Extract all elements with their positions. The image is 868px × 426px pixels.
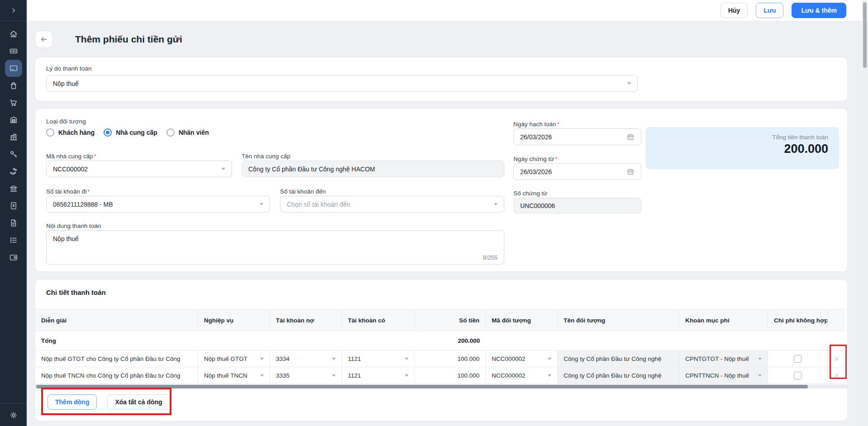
invalid-expense-cell: [768, 350, 828, 367]
invoice-dollar-icon: [9, 201, 18, 210]
invalid-expense-checkbox[interactable]: [794, 355, 802, 363]
sidebar-item-key[interactable]: [5, 146, 22, 163]
object-name-field: Công ty Cổ phần Đầu tư Công nghệ: [558, 350, 679, 367]
page-header: Thêm phiếu chi tiền gửi: [35, 29, 182, 49]
expense-item-select[interactable]: CPNTGTGT - Nộp thuế: [679, 350, 768, 367]
expense-item-select[interactable]: CPNTTNCN - Nộp thuế: [679, 367, 768, 383]
chevron-down-icon: [758, 374, 762, 377]
col-amount: Số tiền: [415, 310, 486, 331]
sidebar-item-hand-coins[interactable]: [5, 163, 22, 180]
delete-row-button[interactable]: [833, 372, 840, 379]
payment-content-textarea[interactable]: Nộp thuế 8/255: [46, 230, 504, 265]
chevron-down-icon: [494, 203, 498, 205]
object-code-select[interactable]: NCC000002: [486, 350, 558, 367]
add-row-button[interactable]: Thêm dòng: [47, 394, 97, 410]
sidebar-item-credit-card[interactable]: [5, 60, 22, 77]
close-icon: [833, 355, 840, 362]
vertical-scrollbar-track[interactable]: [862, 0, 867, 426]
debit-account-select[interactable]: 3335: [270, 367, 342, 383]
document-no-label: Số chứng từ: [513, 190, 547, 197]
horizontal-scrollbar-thumb[interactable]: [36, 385, 808, 388]
sidebar-item-shopping-bag[interactable]: [5, 77, 22, 94]
sidebar-item-shopping-cart[interactable]: [5, 94, 22, 111]
object-code-select[interactable]: NCC000002: [486, 367, 558, 383]
col-actions: [828, 310, 845, 331]
radio-employee[interactable]: Nhân viên: [166, 128, 209, 137]
total-row-label: Tổng: [35, 331, 415, 350]
credit-account-select[interactable]: 1121: [342, 350, 415, 367]
chevron-down-icon: [260, 358, 264, 360]
document-date-input[interactable]: 26/03/2026: [513, 163, 641, 180]
supplier-code-select[interactable]: NCC000002: [46, 161, 232, 177]
home-icon: [9, 29, 18, 38]
supplier-code-label: Mã nhà cung cấp*: [46, 153, 96, 160]
description-input[interactable]: Nộp thuế GTGT cho Công ty Cổ phần Đầu tư…: [35, 350, 198, 367]
amount-input[interactable]: 100.000: [415, 350, 486, 367]
account-from-select[interactable]: 0856211128888 - MB: [46, 196, 270, 213]
save-and-add-button[interactable]: Lưu & thêm: [792, 3, 846, 18]
chevron-down-icon: [260, 374, 264, 377]
sidebar-item-wallet[interactable]: [5, 249, 22, 266]
posting-date-value: 26/03/2026: [520, 133, 552, 141]
hand-coins-icon: [9, 167, 18, 176]
radio-customer-label: Khách hàng: [58, 129, 95, 136]
account-from-label: Số tài khoản đi*: [46, 188, 90, 195]
reason-select[interactable]: Nộp thuế: [46, 75, 638, 92]
table-row: Nộp thuế GTGT cho Công ty Cổ phần Đầu tư…: [35, 350, 845, 367]
actions-cell: [828, 367, 845, 383]
document-date-value: 26/03/2026: [520, 168, 552, 175]
char-counter: 8/255: [483, 254, 498, 261]
vertical-scrollbar-thumb[interactable]: [863, 2, 867, 68]
sidebar-item-warehouse[interactable]: [5, 111, 22, 128]
calendar-icon[interactable]: [626, 168, 635, 176]
settings-icon: [9, 411, 18, 420]
sidebar-item-settings[interactable]: [9, 411, 18, 420]
chevron-down-icon: [222, 168, 225, 170]
col-object-code: Mã đối tượng: [486, 310, 558, 331]
operation-select[interactable]: Nộp thuế GTGT: [198, 350, 270, 367]
horizontal-scrollbar-track[interactable]: [35, 384, 847, 388]
sidebar-item-bank[interactable]: [5, 180, 22, 197]
radio-employee-label: Nhân viên: [179, 129, 209, 136]
sidebar-item-cash-register[interactable]: [5, 43, 22, 60]
debit-account-select[interactable]: 3334: [270, 350, 342, 367]
cash-register-icon: [9, 47, 18, 56]
total-amount-value: 200.000: [656, 142, 828, 156]
credit-account-select[interactable]: 1121: [342, 367, 415, 383]
wallet-icon: [9, 253, 18, 262]
col-debit-account: Tài khoản nợ: [270, 310, 342, 331]
posting-date-input[interactable]: 26/03/2026: [513, 128, 641, 145]
sidebar-expand-button[interactable]: [9, 6, 18, 14]
delete-all-rows-button[interactable]: Xóa tất cả dòng: [107, 394, 170, 410]
cancel-button[interactable]: Hủy: [721, 3, 748, 18]
radio-supplier[interactable]: Nhà cung cấp: [104, 128, 157, 137]
invalid-expense-checkbox[interactable]: [794, 372, 802, 379]
reason-value: Nộp thuế: [53, 80, 79, 87]
col-object-name: Tên đối tượng: [558, 310, 679, 331]
bank-icon: [9, 184, 18, 193]
shopping-bag-icon: [9, 81, 18, 90]
sidebar-item-list[interactable]: [5, 232, 22, 249]
amount-input[interactable]: 100.000: [415, 367, 486, 383]
save-button[interactable]: Lưu: [756, 3, 783, 18]
actions-cell: [828, 350, 845, 367]
sidebar-item-document[interactable]: [5, 214, 22, 232]
info-card: Loại đối tượng Khách hàng Nhà cung cấp N…: [35, 109, 847, 271]
back-button[interactable]: [35, 31, 52, 48]
document-date-label: Ngày chứng từ*: [513, 156, 557, 162]
operation-select[interactable]: Nộp thuế TNCN: [198, 367, 270, 383]
calendar-icon[interactable]: [626, 133, 635, 141]
sidebar-item-home[interactable]: [5, 25, 22, 43]
chevron-down-icon: [548, 358, 551, 360]
description-input[interactable]: Nộp thuế TNCN cho Công ty Cổ phần Đầu tư…: [35, 367, 198, 383]
col-description: Diễn giải: [35, 310, 198, 331]
sidebar-item-invoice[interactable]: [5, 197, 22, 214]
account-to-select[interactable]: Chọn số tài khoản đến: [280, 196, 504, 213]
page-title: Thêm phiếu chi tiền gửi: [75, 34, 182, 45]
chevron-down-icon: [758, 358, 762, 360]
delete-row-button[interactable]: [833, 355, 840, 362]
sidebar-item-company[interactable]: [5, 128, 22, 146]
key-icon: [9, 150, 18, 159]
col-invalid-expense: Chi phí không hợp: [768, 310, 828, 331]
radio-customer[interactable]: Khách hàng: [46, 128, 95, 137]
